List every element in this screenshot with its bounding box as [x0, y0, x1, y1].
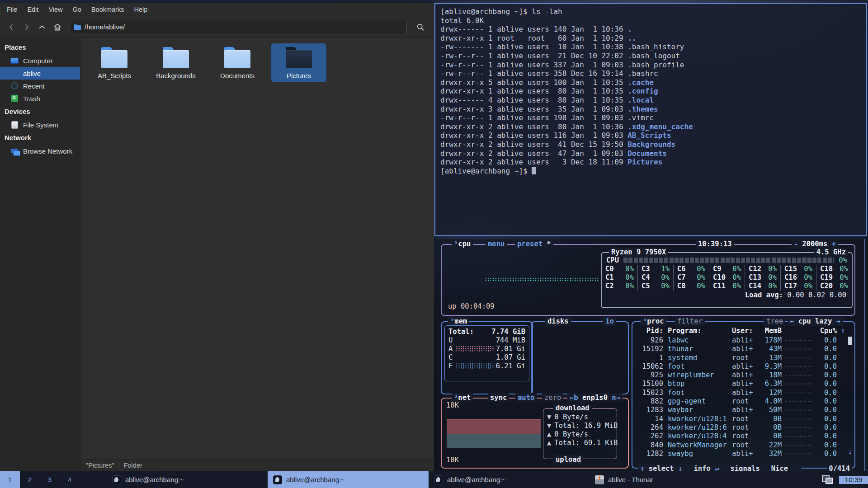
terminal-cursor [532, 167, 536, 174]
preset-button[interactable]: preset * [515, 239, 553, 249]
path-text: /home/ablive/ [85, 23, 125, 31]
proc-row[interactable]: 15100btopabli+6.3M0.0 [637, 380, 850, 388]
statusbar: "Pictures" Folder [80, 459, 434, 471]
proc-row[interactable]: 1282swaybgabli+32M0.0 [637, 450, 850, 458]
net-interface-switch[interactable]: ←b enp1s0 n→ [567, 393, 623, 402]
terminal-icon [434, 475, 443, 484]
sidebar-item-trash[interactable]: Trash [0, 92, 80, 105]
folder-backgrounds[interactable]: Backgrounds [148, 43, 203, 82]
update-interval[interactable]: - 2000ms + [792, 239, 838, 249]
folder-documents[interactable]: Documents [210, 43, 265, 82]
proc-row[interactable]: 1systemdroot13M0.0 [637, 354, 850, 362]
net-sync-toggle[interactable]: sync [488, 393, 509, 402]
disks-box-title[interactable]: disks [545, 317, 571, 326]
proc-sort-selector[interactable]: ← cpu lazy → [788, 317, 843, 326]
workspaces: 1234 [0, 471, 80, 488]
forward-button[interactable] [19, 20, 34, 34]
proc-tree-toggle[interactable]: tree [764, 317, 785, 326]
folder-label: AB_Scripts [98, 72, 131, 80]
home-button[interactable] [50, 20, 65, 34]
proc-row[interactable]: 264kworker/u128:6root0B0.0 [637, 423, 850, 432]
proc-row[interactable]: 14kworker/u128:1root0B0.0 [637, 415, 850, 423]
task-button-2[interactable]: ablive@archbang:~ [268, 471, 429, 488]
mem-graph [456, 337, 495, 343]
disks-box: disks io [531, 321, 629, 394]
menu-view[interactable]: View [43, 3, 67, 16]
task-list: ablive@archbang:~ablive@archbang:~ablive… [107, 471, 750, 488]
proc-row[interactable]: 840NetworkManagerroot22M0.0 [637, 441, 850, 450]
chevron-left-icon [7, 23, 15, 31]
proc-header-row: Pid: Program: User: MemB Cpu% ↑ [637, 327, 850, 335]
net-rows: ▼0 Byte/s▼Total: 16.9 MiB▲0 Byte/s▲Total… [547, 413, 613, 447]
sidebar-item-computer[interactable]: Computer [0, 54, 80, 67]
menu-edit[interactable]: Edit [22, 3, 43, 16]
proc-filter-button[interactable]: filter [675, 317, 705, 326]
sidebar-item-browse-network[interactable]: Browse Network [0, 145, 80, 157]
menu-go[interactable]: Go [68, 3, 86, 16]
terminal-window[interactable]: [ablive@archbang ~]$ ls -lahtotal 6.0Kdr… [434, 3, 867, 236]
uptime: up 00:04:09 [448, 302, 495, 310]
workspace-2[interactable]: 2 [20, 471, 40, 488]
menu-help[interactable]: Help [129, 3, 152, 16]
sidebar-item-file-system[interactable]: File System [0, 118, 80, 131]
io-toggle[interactable]: io [603, 317, 616, 326]
proc-more-arrow[interactable]: ↓ [848, 448, 852, 456]
proc-box-title[interactable]: ⁴proc [641, 317, 666, 326]
proc-row[interactable]: 925wireplumberabli+18M0.0 [637, 371, 850, 380]
chevron-right-icon [23, 23, 31, 31]
sidebar-item-ablive[interactable]: ablive [0, 67, 80, 80]
core-c12: C120% [745, 265, 780, 273]
proc-row[interactable]: 15192thunarabli+43M0.0 [637, 345, 850, 353]
proc-row[interactable]: 882gpg-agentroot4.0M0.0 [637, 397, 850, 406]
terminal-line: drwxr-xr-x 1 ablive users 80 Jan 1 10:35… [440, 87, 861, 96]
task-button-1[interactable]: ablive@archbang:~ [107, 471, 268, 488]
proc-scrollbar[interactable] [848, 337, 852, 345]
net-box-title[interactable]: ³net [452, 393, 473, 402]
computer-icon [10, 56, 19, 65]
cpu-box: ¹cpu menu preset * 10:39:13 - 2000ms + u… [441, 244, 855, 316]
menu-bookmarks[interactable]: Bookmarks [86, 3, 129, 16]
path-field[interactable]: /home/ablive/ [70, 20, 407, 34]
thunar-icon [595, 475, 604, 484]
net-zero-toggle[interactable]: zero [542, 393, 563, 402]
mem-box-title[interactable]: ²mem [448, 317, 469, 326]
menu-file[interactable]: File [2, 3, 22, 16]
menu-button[interactable]: menu [486, 239, 507, 249]
back-button[interactable] [4, 20, 19, 34]
workspace-4[interactable]: 4 [60, 471, 80, 488]
core-c17: C170% [781, 282, 816, 291]
core-column: C60%C70%C80% [673, 265, 709, 291]
home-icon [10, 69, 19, 78]
terminal-line: drwxr-xr-x 2 ablive users 116 Jan 1 09:0… [440, 131, 861, 140]
sidebar-item-recent[interactable]: Recent [0, 80, 80, 92]
task-button-3[interactable]: ablive@archbang:~ [429, 471, 590, 488]
cpu-usage-graph [485, 277, 599, 282]
net-auto-toggle[interactable]: auto [515, 393, 537, 402]
folder-ab-scripts[interactable]: AB_Scripts [87, 43, 142, 82]
search-button[interactable] [410, 20, 430, 34]
desktop: { "colors": { "accent_blue": "#7aa2f7", … [0, 0, 868, 488]
task-button-4[interactable]: ablive - Thunar [590, 471, 750, 488]
proc-row[interactable]: 926labwcabli+178M0.0 [637, 336, 850, 345]
displays-tray-icon[interactable] [822, 475, 833, 484]
terminal-line: drwx------ 1 ablive users 140 Jan 1 10:3… [440, 25, 861, 34]
clock[interactable]: 10:39 [839, 476, 868, 484]
mem-row-c: C1.07 Gi [448, 353, 525, 361]
fm-toolbar: /home/ablive/ [0, 16, 434, 38]
proc-row[interactable]: 15062footabli+9.3M0.0 [637, 362, 850, 371]
terminal-line: drwxr-xr-x 2 ablive users 3 Dec 18 11:09… [440, 158, 861, 167]
core-c19: C190% [816, 273, 852, 282]
proc-row[interactable]: 1283waybarabli+50M0.0 [637, 406, 850, 414]
proc-rows: 926labwcabli+178M0.015192thunarabli+43M0… [637, 336, 850, 458]
terminal-line: -rw-r--r-- 1 ablive users 337 Jan 1 09:0… [440, 61, 861, 70]
proc-row[interactable]: 262kworker/u128:4root0B0.0 [637, 432, 850, 441]
cpu-box-title[interactable]: ¹cpu [452, 239, 473, 249]
workspace-1[interactable]: 1 [0, 471, 20, 488]
terminal-line: -rw------- 1 ablive users 10 Jan 1 10:38… [440, 42, 861, 52]
terminal-line: drwxr-xr-x 2 ablive users 41 Dec 15 19:5… [440, 140, 861, 149]
workspace-3[interactable]: 3 [40, 471, 60, 488]
proc-row[interactable]: 15023footabli+12M0.0 [637, 389, 850, 397]
folder-label: Documents [220, 72, 255, 80]
up-button[interactable] [34, 20, 50, 34]
folder-pictures[interactable]: Pictures [271, 43, 326, 82]
